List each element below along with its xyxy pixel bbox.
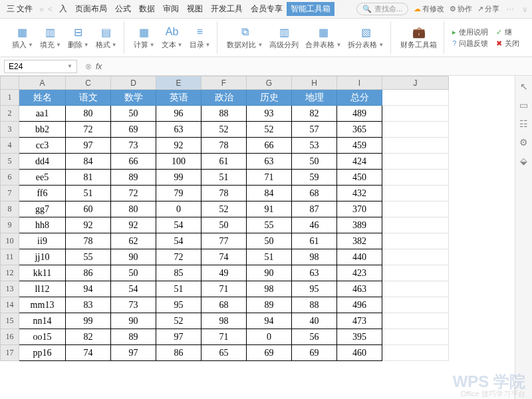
cell[interactable]: 姓名	[19, 90, 66, 106]
cursor-icon[interactable]: ↖	[519, 81, 529, 92]
cell[interactable]: 93	[247, 106, 292, 122]
cell[interactable]: 0	[247, 329, 292, 345]
cell[interactable]: 87	[292, 201, 337, 217]
finance-button[interactable]: 💼财务工具箱	[398, 24, 440, 51]
cell[interactable]: oo15	[19, 329, 66, 345]
menu-tab-6[interactable]: 开发工具	[207, 2, 247, 16]
select-icon[interactable]: ▭	[519, 100, 529, 110]
cell[interactable]: 49	[201, 265, 247, 281]
cell[interactable]	[382, 297, 449, 313]
insert-button[interactable]: ▦插入▼	[9, 24, 36, 51]
menu-tab-7[interactable]: 会员专享	[247, 2, 287, 16]
cell[interactable]: 92	[156, 138, 201, 154]
cell[interactable]: 52	[247, 122, 292, 138]
cell[interactable]: 97	[156, 329, 201, 345]
feedback-button[interactable]: ?问题反馈	[452, 39, 488, 49]
file-menu[interactable]: 三 文件	[3, 2, 37, 16]
properties-icon[interactable]: ☷	[519, 118, 529, 129]
menu-tab-5[interactable]: 视图	[183, 2, 207, 16]
cell[interactable]	[382, 138, 449, 154]
cell[interactable]: 74	[66, 345, 111, 361]
row-header[interactable]: 3	[1, 122, 19, 138]
cell[interactable]: 424	[337, 154, 382, 170]
continue-button[interactable]: ✓继	[496, 27, 519, 37]
cell[interactable]	[382, 122, 449, 138]
cell[interactable]: 96	[156, 106, 201, 122]
cell[interactable]	[382, 186, 449, 201]
cell[interactable]: 72	[156, 249, 201, 265]
cell[interactable]: 59	[292, 170, 337, 186]
cell[interactable]: 79	[156, 186, 201, 201]
cell[interactable]: 82	[66, 329, 111, 345]
cell[interactable]: 97	[111, 345, 156, 361]
cell[interactable]: 57	[292, 122, 337, 138]
cell[interactable]: 365	[337, 122, 382, 138]
row-header[interactable]: 16	[1, 329, 19, 345]
cell[interactable]: 71	[201, 329, 247, 345]
more-icon[interactable]: ⋯	[505, 5, 515, 14]
cell[interactable]: 51	[66, 186, 111, 201]
cell[interactable]: 61	[292, 233, 337, 249]
formula-input[interactable]	[106, 62, 528, 71]
cell[interactable]: 89	[111, 329, 156, 345]
cell[interactable]: 69	[247, 345, 292, 361]
collapse-icon[interactable]: ∨	[521, 5, 529, 14]
cell[interactable]: 86	[156, 345, 201, 361]
cell[interactable]: 92	[66, 217, 111, 233]
split-button[interactable]: ▧拆分表格▼	[345, 24, 386, 51]
cell[interactable]: 88	[292, 297, 337, 313]
cell[interactable]	[382, 233, 449, 249]
cell[interactable]: 97	[66, 138, 111, 154]
row-header[interactable]: 8	[1, 201, 19, 217]
cell[interactable]: 83	[66, 297, 111, 313]
cell[interactable]: 52	[201, 201, 247, 217]
close-button[interactable]: ✖关闭	[496, 39, 519, 49]
cell[interactable]: 99	[156, 170, 201, 186]
cell[interactable]	[382, 106, 449, 122]
format-button[interactable]: ▤格式▼	[93, 24, 120, 51]
cell[interactable]: 395	[337, 329, 382, 345]
cell[interactable]: 78	[201, 186, 247, 201]
cell[interactable]: hh8	[19, 217, 66, 233]
cell[interactable]: 389	[337, 217, 382, 233]
cell[interactable]: dd4	[19, 154, 66, 170]
delete-button[interactable]: ⊟删除▼	[65, 24, 92, 51]
cell[interactable]: 72	[111, 186, 156, 201]
cell[interactable]: 80	[111, 201, 156, 217]
merge-button[interactable]: ▦合并表格▼	[303, 24, 344, 51]
cell[interactable]: jj10	[19, 249, 66, 265]
cell[interactable]: 496	[337, 297, 382, 313]
cell[interactable]: 423	[337, 265, 382, 281]
cell[interactable]: 总分	[337, 90, 382, 106]
cell[interactable]: 66	[111, 154, 156, 170]
unsaved-indicator[interactable]: ☁有修改	[414, 4, 444, 14]
cell[interactable]: 54	[111, 281, 156, 297]
menu-tab-2[interactable]: 公式	[111, 2, 135, 16]
menu-tab-3[interactable]: 数据	[135, 2, 159, 16]
row-header[interactable]: 2	[1, 106, 19, 122]
cell[interactable]: 85	[156, 265, 201, 281]
cell[interactable]: 489	[337, 106, 382, 122]
cell[interactable]: 89	[247, 297, 292, 313]
cell[interactable]	[382, 90, 449, 106]
cell[interactable]: 74	[201, 249, 247, 265]
cell[interactable]: mm13	[19, 297, 66, 313]
col-header-I[interactable]: I	[337, 76, 382, 90]
cell[interactable]: 73	[111, 297, 156, 313]
cell[interactable]: 69	[292, 345, 337, 361]
cell[interactable]	[382, 265, 449, 281]
cell[interactable]: 55	[66, 249, 111, 265]
cell[interactable]: 84	[66, 154, 111, 170]
row-header[interactable]: 9	[1, 217, 19, 233]
cell[interactable]: 460	[337, 345, 382, 361]
cell[interactable]: ii9	[19, 233, 66, 249]
cell[interactable]: 78	[66, 233, 111, 249]
cell[interactable]: 432	[337, 186, 382, 201]
cell[interactable]	[382, 170, 449, 186]
cell[interactable]: 51	[247, 249, 292, 265]
cell[interactable]: 95	[292, 281, 337, 297]
cell[interactable]	[382, 201, 449, 217]
cell[interactable]	[382, 217, 449, 233]
cell[interactable]: 46	[292, 217, 337, 233]
fill-button[interactable]: ▥填充▼	[37, 24, 64, 51]
